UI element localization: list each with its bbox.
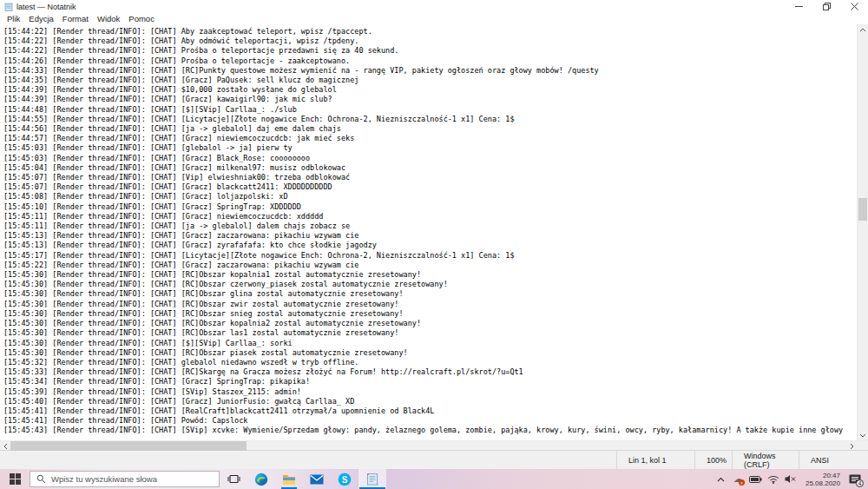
file-explorer-taskbar-button[interactable] [275,469,303,489]
edge-icon [254,472,268,486]
status-encoding: ANSI [799,451,868,469]
vertical-scroll-thumb[interactable] [858,198,867,221]
onedrive-error-badge: × [739,479,745,486]
notepad-icon [4,3,13,11]
log-line: [15:44:26] [Render thread/INFO]: [CHAT] … [3,56,857,66]
horizontal-scrollbar[interactable] [0,441,857,450]
notepad-window: latest — Notatnik PlikEdycjaFormatWidokP… [0,0,868,469]
svg-text:S: S [342,474,348,484]
action-center-icon[interactable]: 4 [845,469,865,489]
status-cursor-position: Lin 1, kol 1 [616,451,694,469]
menu-item-widok[interactable]: Widok [93,13,124,24]
volume-muted-icon[interactable] [783,469,798,489]
skype-icon: S [338,472,352,486]
restore-button[interactable] [812,0,840,13]
log-line: [15:45:07] [Render thread/INFO]: [CHAT] … [3,173,857,182]
log-line: [15:44:48] [Render thread/INFO]: [CHAT] … [3,105,857,115]
log-line: [15:44:35] [Render thread/INFO]: [CHAT] … [3,76,857,85]
log-line: [15:45:30] [Render thread/INFO]: [CHAT] … [3,348,857,358]
wifi-icon[interactable] [766,469,780,489]
menu-item-plik[interactable]: Plik [3,13,24,24]
log-line: [15:44:33] [Render thread/INFO]: [CHAT] … [3,66,857,76]
vertical-scroll-track[interactable] [858,35,868,430]
search-placeholder: Wpisz tu wyszukiwane słowa [51,474,157,484]
caption-buttons [785,0,868,13]
editor-content: [15:44:22] [Render thread/INFO]: [CHAT] … [0,24,868,440]
log-line: [15:45:04] [Render thread/INFO]: [CHAT] … [3,163,857,173]
log-line: [15:45:08] [Render thread/INFO]: [CHAT] … [3,192,857,202]
log-line: [15:45:03] [Render thread/INFO]: [CHAT] … [3,154,857,163]
log-line: [15:44:22] [Render thread/INFO]: [CHAT] … [3,46,857,56]
task-view-icon [227,473,240,485]
log-line: [15:45:30] [Render thread/INFO]: [CHAT] … [3,328,857,338]
taskbar-search-input[interactable]: Wpisz tu wyszukiwane słowa [30,471,220,487]
menu-item-edycja[interactable]: Edycja [24,13,58,24]
log-line: [15:45:30] [Render thread/INFO]: [CHAT] … [3,289,857,299]
log-line: [15:45:30] [Render thread/INFO]: [CHAT] … [3,280,857,289]
windows-logo-icon [10,473,21,485]
log-line: [15:45:30] [Render thread/INFO]: [CHAT] … [3,300,857,309]
log-line: [15:45:33] [Render thread/INFO]: [CHAT] … [3,367,857,377]
mail-taskbar-button[interactable] [303,469,331,489]
task-view-taskbar-button[interactable] [220,469,247,489]
log-line: [15:45:39] [Render thread/INFO]: [CHAT] … [3,387,857,397]
desktop-screen: latest — Notatnik PlikEdycjaFormatWidokP… [0,0,868,489]
search-icon [36,474,46,484]
edge-taskbar-button[interactable] [247,469,275,489]
vertical-scrollbar[interactable] [857,24,868,440]
mail-icon [310,474,324,485]
tray-chevron-up-icon[interactable] [713,469,728,489]
log-line: [15:44:56] [Render thread/INFO]: [CHAT] … [3,124,857,134]
log-line: [15:45:30] [Render thread/INFO]: [CHAT] … [3,319,857,328]
log-line: [15:44:39] [Render thread/INFO]: [CHAT] … [3,95,857,104]
log-line: [15:45:41] [Render thread/INFO]: [CHAT] … [3,406,857,416]
log-line: [15:44:57] [Render thread/INFO]: [CHAT] … [3,134,857,143]
status-line-ending: Windows (CRLF) [732,451,799,469]
log-line: [15:45:41] [Render thread/INFO]: [CHAT] … [3,416,857,426]
scroll-up-arrow-icon[interactable] [858,24,868,35]
taskbar-clock[interactable]: 20:47 25.08.2020 [800,472,842,487]
log-line: [15:45:03] [Render thread/INFO]: [CHAT] … [3,143,857,153]
log-line: [15:44:22] [Render thread/INFO]: [CHAT] … [3,27,857,36]
log-line: [15:44:55] [Render thread/INFO]: [CHAT] … [3,115,857,124]
menu-item-format[interactable]: Format [58,13,93,24]
menu-bar: PlikEdycjaFormatWidokPomoc [0,13,868,24]
close-button[interactable] [840,0,868,13]
clock-time: 20:47 [800,472,840,479]
log-line: [15:45:22] [Render thread/INFO]: [CHAT] … [3,261,857,270]
log-line: [15:45:40] [Render thread/INFO]: [CHAT] … [3,397,857,406]
status-spacer [0,451,616,469]
start-button[interactable] [0,469,30,489]
window-title: latest — Notatnik [16,3,76,11]
onedrive-icon[interactable]: ☁ × [731,469,746,489]
skype-taskbar-button[interactable]: S [331,469,358,489]
notepad-icon [366,472,378,486]
log-line: [15:45:10] [Render thread/INFO]: [CHAT] … [3,202,857,212]
taskbar: Wpisz tu wyszukiwane słowa S ☁ × 20:47 2 [0,469,868,489]
battery-icon[interactable] [748,469,763,489]
log-line: [15:45:07] [Render thread/INFO]: [CHAT] … [3,182,857,192]
scroll-down-arrow-icon[interactable] [858,430,868,440]
notification-count-badge: 4 [856,479,864,487]
file-explorer-icon [282,473,296,486]
log-line: [15:44:39] [Render thread/INFO]: [CHAT] … [3,85,857,95]
text-editor[interactable]: [15:44:22] [Render thread/INFO]: [CHAT] … [0,24,857,440]
log-line: [15:45:30] [Render thread/INFO]: [CHAT] … [3,309,857,319]
scroll-right-arrow-icon[interactable] [846,441,857,451]
scroll-left-arrow-icon[interactable] [0,441,10,451]
menu-item-pomoc[interactable]: Pomoc [124,13,159,24]
log-line: [15:45:34] [Render thread/INFO]: [CHAT] … [3,377,857,387]
log-line: [15:45:13] [Render thread/INFO]: [CHAT] … [3,241,857,250]
log-line: [15:45:30] [Render thread/INFO]: [CHAT] … [3,270,857,280]
scrollbar-corner [857,441,868,450]
log-line: [15:45:13] [Render thread/INFO]: [CHAT] … [3,231,857,241]
log-line: [15:45:11] [Render thread/INFO]: [CHAT] … [3,212,857,221]
system-tray: ☁ × 20:47 25.08.2020 4 [713,469,868,489]
notepad-taskbar-button[interactable] [358,469,386,489]
minimize-button[interactable] [785,0,812,13]
title-bar: latest — Notatnik [0,0,868,13]
log-line: [15:45:11] [Render thread/INFO]: [CHAT] … [3,221,857,231]
status-bar: Lin 1, kol 1 100% Windows (CRLF) ANSI [0,450,868,469]
clock-date: 25.08.2020 [800,479,840,487]
horizontal-scroll-thumb[interactable] [10,441,247,451]
